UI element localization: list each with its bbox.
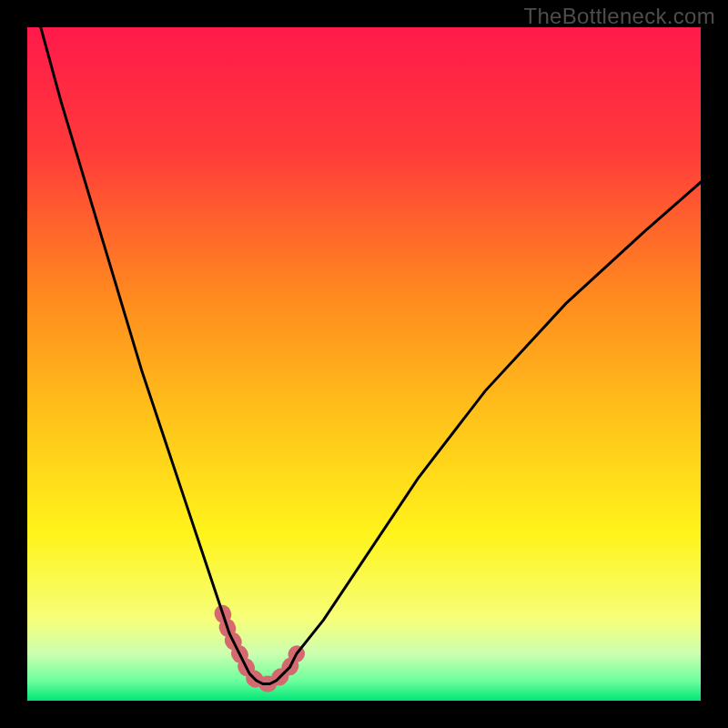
chart-frame: TheBottleneck.com (0, 0, 728, 728)
gradient-background (27, 27, 701, 701)
watermark-text: TheBottleneck.com (523, 4, 715, 29)
bottleneck-chart (27, 27, 701, 701)
